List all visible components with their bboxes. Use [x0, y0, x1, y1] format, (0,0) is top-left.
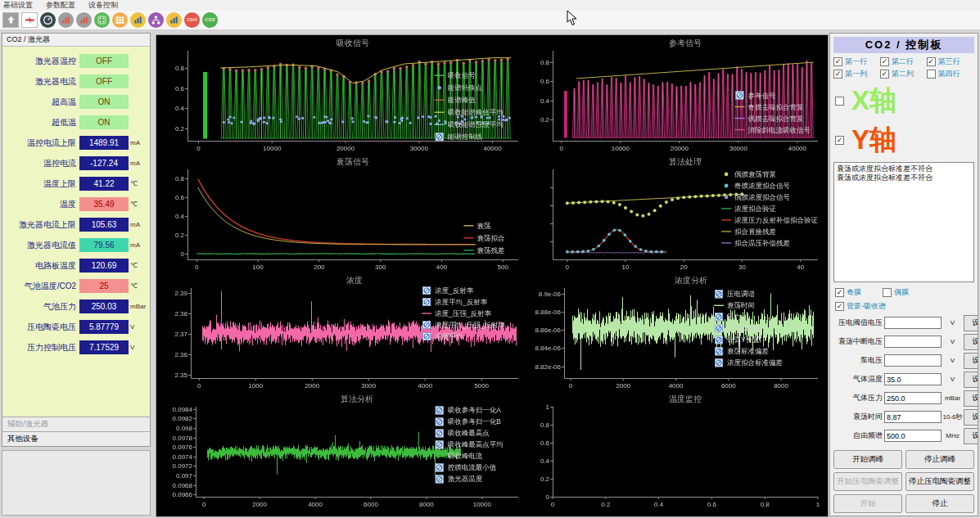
field-input[interactable] — [884, 354, 942, 367]
param-value: ON — [79, 95, 129, 109]
chart-temperature-monitor[interactable] — [528, 393, 824, 510]
param-value: 120.69 — [79, 259, 129, 273]
menu-item[interactable]: 参数配置 — [46, 0, 75, 11]
field-label: 泵电压 — [832, 355, 884, 366]
grid-checkbox-item[interactable]: 第四行 — [927, 69, 973, 79]
axis-toggle-row: ✓Y轴 — [830, 119, 978, 159]
laser-parameter-panel: CO2 / 激光器 激光器温控OFF激光器电流OFF超高温ON超低温ON温控电流… — [2, 33, 151, 447]
control-panel: CO2 / 控制板 ✓第一行✓第二行✓第三行✓第一列✓第二列第四行 X轴✓Y轴 … — [829, 33, 978, 516]
accordion-bar[interactable]: 辅助/激光器 — [2, 417, 150, 431]
param-unit: V — [129, 344, 148, 351]
mode-checkbox-item[interactable]: ✓奇膜 — [835, 287, 861, 298]
action-button[interactable]: 停止压电陶瓷调整 — [905, 472, 974, 491]
field-label: 气体温度 — [832, 374, 884, 385]
param-label: 温度 — [2, 199, 79, 210]
field-input[interactable] — [884, 430, 942, 442]
chart-algorithm-processing[interactable] — [528, 155, 824, 273]
message-listbox[interactable]: 衰荡或浓度拟合标准差不符合衰荡或浓度拟合标准差不符合 — [833, 162, 974, 282]
checkbox[interactable]: ✓ — [833, 70, 842, 79]
chart-algorithm-analysis[interactable] — [160, 393, 525, 510]
set-button[interactable]: 设置 — [964, 315, 978, 331]
field-input[interactable] — [884, 411, 942, 423]
checkbox[interactable]: ✓ — [880, 70, 889, 79]
set-button[interactable]: 设置 — [964, 334, 978, 350]
set-button[interactable]: 设置 — [964, 409, 978, 426]
menu-item[interactable]: 基础设置 — [3, 0, 33, 11]
chart-concentration-analysis[interactable] — [528, 274, 824, 391]
set-button[interactable]: 设置 — [964, 353, 978, 369]
gauge-icon[interactable] — [40, 12, 56, 28]
param-row: 压力控制电压7.17529V — [2, 337, 150, 358]
accordion-bar[interactable]: 其他设备 — [2, 431, 150, 446]
chart-concentration[interactable] — [160, 274, 525, 391]
grid-checkbox-item[interactable]: ✓第一行 — [833, 56, 880, 67]
param-row: 压电陶瓷电压5.87779V — [2, 317, 150, 337]
chart-icon[interactable] — [166, 12, 182, 28]
up-arrow-icon[interactable] — [2, 12, 19, 28]
field-input[interactable] — [884, 392, 942, 404]
param-value: 1489.91 — [79, 136, 129, 150]
field-input[interactable] — [884, 317, 942, 329]
checkbox[interactable] — [835, 97, 844, 106]
chart-reference-signal[interactable] — [528, 37, 824, 154]
grid-checkbox-item[interactable]: ✓第一列 — [833, 69, 880, 79]
axis-label: X轴 — [851, 83, 896, 119]
setting-field-row: 压电阈值电压V设置 — [830, 313, 978, 332]
param-value: 7.17529 — [79, 340, 129, 354]
menu-item[interactable]: 设备控制 — [88, 0, 118, 11]
chart-icon[interactable] — [130, 12, 146, 28]
param-row: 超低温ON — [2, 112, 150, 133]
setting-field-row: 气体温度V设置 — [830, 370, 978, 389]
param-unit: mA — [129, 241, 148, 249]
grid-checkbox-item[interactable]: ✓第二列 — [880, 69, 927, 79]
chart-ringdown-signal[interactable] — [160, 155, 525, 273]
measure-line-icon[interactable] — [21, 12, 38, 28]
grid-checkbox-item[interactable]: ✓第三行 — [927, 56, 973, 67]
bar-chart-icon[interactable] — [58, 12, 74, 28]
field-input[interactable] — [884, 336, 942, 348]
param-value: OFF — [79, 74, 129, 88]
param-unit: mA — [129, 221, 148, 228]
field-input[interactable] — [884, 373, 942, 385]
co2-icon[interactable]: CO2 — [202, 12, 218, 28]
chart-absorption-signal[interactable] — [160, 37, 525, 154]
param-value: ON — [79, 115, 129, 129]
action-button: 开始 — [833, 494, 902, 513]
setting-field-row: 自由频谱MHz设置 — [830, 426, 978, 445]
action-button[interactable]: 停止 — [905, 494, 974, 513]
param-unit: mA — [129, 139, 148, 146]
mode-checkbox-item[interactable]: 偶膜 — [883, 287, 909, 298]
set-button[interactable]: 设置 — [964, 372, 978, 388]
param-unit: ℃ — [129, 200, 148, 208]
axis-toggle-row: X轴 — [830, 80, 978, 119]
mode-checkbox-item[interactable]: ✓背景-吸收谱 — [835, 301, 886, 312]
grid-checkbox-item[interactable]: ✓第二行 — [880, 56, 927, 67]
setting-field-row: 泵电压V设置 — [830, 351, 978, 370]
checkbox[interactable]: ✓ — [927, 57, 936, 66]
nodes-icon[interactable] — [148, 12, 164, 28]
grid-checkbox-label: 第四行 — [938, 69, 960, 79]
mode-checkbox-label: 偶膜 — [894, 287, 909, 298]
grid-checkbox-label: 第一列 — [845, 69, 867, 79]
dice-icon[interactable] — [94, 12, 110, 28]
grid-icon[interactable] — [112, 12, 128, 28]
set-button[interactable]: 设置 — [964, 390, 978, 407]
grid-checkbox-label: 第一行 — [845, 56, 867, 67]
set-button[interactable]: 设置 — [964, 428, 978, 444]
checkbox[interactable]: ✓ — [835, 302, 844, 311]
message-line: 衰荡或浓度拟合标准差不符合 — [837, 164, 971, 173]
param-unit: mA — [129, 160, 148, 167]
param-unit: ℃ — [129, 282, 148, 290]
checkbox[interactable]: ✓ — [835, 136, 844, 145]
checkbox[interactable]: ✓ — [835, 288, 844, 297]
checkbox[interactable]: ✓ — [880, 57, 889, 66]
action-button[interactable]: 开始调峰 — [833, 450, 902, 469]
ch4-icon[interactable]: CH4 — [184, 12, 200, 28]
checkbox[interactable] — [883, 288, 892, 297]
bar-chart-icon[interactable] — [76, 12, 92, 28]
field-label: 衰荡时间 — [832, 412, 884, 422]
checkbox[interactable] — [927, 70, 936, 79]
checkbox[interactable]: ✓ — [833, 57, 842, 66]
mode-checkbox-label: 背景-吸收谱 — [847, 301, 886, 312]
action-button[interactable]: 停止调峰 — [905, 450, 974, 469]
